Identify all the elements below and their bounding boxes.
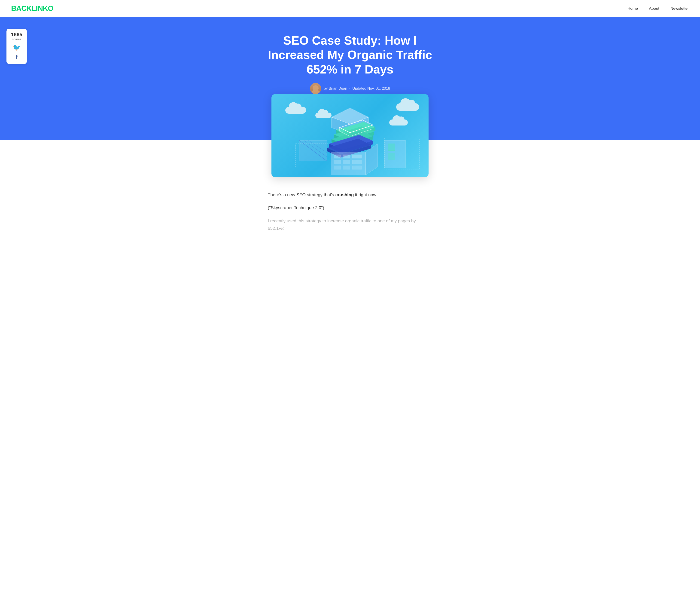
hero-content: SEO Case Study: How I Increased My Organ… xyxy=(262,31,438,94)
nav-home[interactable]: Home xyxy=(627,6,638,11)
technique-paragraph: ("Skyscraper Technique 2.0") xyxy=(268,204,432,212)
svg-rect-20 xyxy=(343,154,350,158)
isometric-svg xyxy=(271,94,429,177)
svg-rect-22 xyxy=(334,160,341,164)
share-widget: 1665 shares 🐦 f xyxy=(6,29,27,64)
author-name: by Brian Dean · Updated Nov. 01, 2018 xyxy=(324,87,390,91)
twitter-icon: 🐦 xyxy=(13,44,21,51)
facebook-icon: f xyxy=(16,54,18,61)
svg-rect-24 xyxy=(352,160,361,164)
svg-rect-26 xyxy=(343,166,350,169)
site-logo[interactable]: BACKLINKO xyxy=(11,4,53,13)
fade-paragraph: I recently used this strategy to increas… xyxy=(268,217,432,232)
svg-rect-27 xyxy=(352,166,361,169)
hero-section: 1665 shares 🐦 f SEO Case Study: How I In… xyxy=(0,17,700,140)
site-header: BACKLINKO Home About Newsletter xyxy=(0,0,700,17)
svg-rect-31 xyxy=(388,153,395,160)
svg-rect-19 xyxy=(334,154,341,158)
hero-image xyxy=(271,94,429,177)
share-count: 1665 xyxy=(9,32,24,38)
nav-about[interactable]: About xyxy=(649,6,659,11)
svg-rect-25 xyxy=(334,166,341,169)
svg-rect-23 xyxy=(343,160,350,164)
twitter-share-button[interactable]: 🐦 xyxy=(9,44,24,51)
intro-paragraph: There's a new SEO strategy that's crushi… xyxy=(268,191,432,198)
main-nav: Home About Newsletter xyxy=(627,6,689,11)
avatar-image xyxy=(310,83,321,94)
hero-title: SEO Case Study: How I Increased My Organ… xyxy=(262,33,438,76)
hero-illustration xyxy=(271,94,429,177)
facebook-share-button[interactable]: f xyxy=(9,54,24,61)
svg-rect-21 xyxy=(352,154,361,158)
svg-rect-30 xyxy=(388,144,395,151)
share-label: shares xyxy=(9,38,24,41)
author-line: by Brian Dean · Updated Nov. 01, 2018 xyxy=(262,83,438,94)
nav-newsletter[interactable]: Newsletter xyxy=(670,6,689,11)
avatar xyxy=(310,83,321,94)
